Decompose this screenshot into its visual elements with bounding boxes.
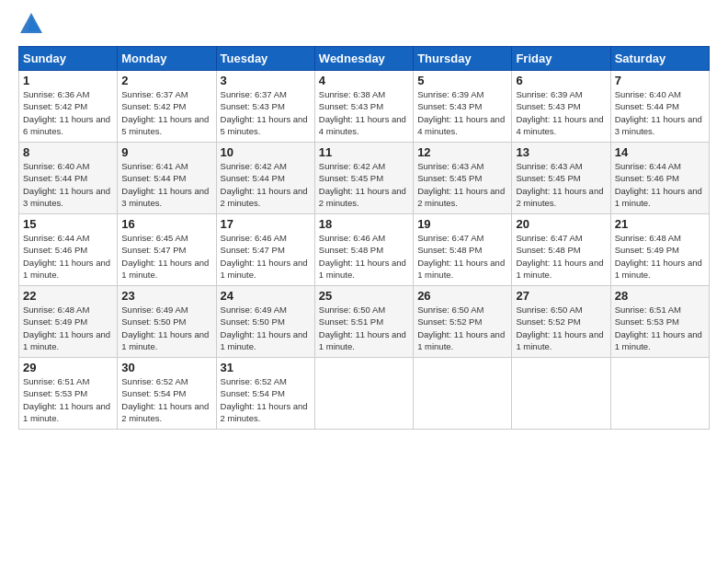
day-number: 26 [417, 289, 507, 303]
cell-info: Sunrise: 6:50 AMSunset: 5:52 PMDaylight:… [516, 304, 606, 352]
cell-info: Sunrise: 6:37 AMSunset: 5:42 PMDaylight:… [121, 88, 211, 137]
calendar-cell: 11 Sunrise: 6:42 AMSunset: 5:45 PMDaylig… [314, 143, 413, 214]
cell-info: Sunrise: 6:47 AMSunset: 5:48 PMDaylight:… [417, 232, 507, 281]
calendar-cell [414, 358, 512, 430]
day-number: 15 [23, 217, 113, 231]
week-row-3: 15 Sunrise: 6:44 AMSunset: 5:46 PMDaylig… [19, 214, 710, 286]
calendar-cell: 28 Sunrise: 6:51 AMSunset: 5:53 PMDaylig… [610, 286, 709, 358]
calendar-cell: 21 Sunrise: 6:48 AMSunset: 5:49 PMDaylig… [610, 214, 709, 286]
cell-info: Sunrise: 6:52 AMSunset: 5:54 PMDaylight:… [221, 375, 311, 424]
cell-info: Sunrise: 6:40 AMSunset: 5:44 PMDaylight:… [615, 88, 705, 137]
calendar-cell: 23 Sunrise: 6:49 AMSunset: 5:50 PMDaylig… [118, 286, 216, 358]
week-row-1: 1 Sunrise: 6:36 AMSunset: 5:42 PMDayligh… [19, 71, 710, 143]
cell-info: Sunrise: 6:46 AMSunset: 5:47 PMDaylight:… [221, 232, 311, 281]
calendar-cell: 9 Sunrise: 6:41 AMSunset: 5:44 PMDayligh… [118, 143, 216, 214]
calendar-cell: 14 Sunrise: 6:44 AMSunset: 5:46 PMDaylig… [610, 143, 709, 214]
calendar-table: SundayMondayTuesdayWednesdayThursdayFrid… [18, 46, 710, 430]
cell-info: Sunrise: 6:36 AMSunset: 5:42 PMDaylight:… [23, 88, 113, 137]
cell-info: Sunrise: 6:50 AMSunset: 5:52 PMDaylight:… [417, 304, 507, 352]
day-number: 8 [23, 145, 113, 159]
calendar-cell: 3 Sunrise: 6:37 AMSunset: 5:43 PMDayligh… [216, 71, 314, 143]
calendar-cell: 2 Sunrise: 6:37 AMSunset: 5:42 PMDayligh… [118, 71, 216, 143]
cell-info: Sunrise: 6:52 AMSunset: 5:54 PMDaylight:… [121, 375, 211, 424]
calendar-cell: 6 Sunrise: 6:39 AMSunset: 5:43 PMDayligh… [512, 71, 610, 143]
cell-info: Sunrise: 6:39 AMSunset: 5:43 PMDaylight:… [417, 88, 507, 137]
day-number: 9 [121, 145, 211, 159]
cell-info: Sunrise: 6:42 AMSunset: 5:45 PMDaylight:… [319, 160, 409, 209]
cell-info: Sunrise: 6:43 AMSunset: 5:45 PMDaylight:… [417, 160, 507, 209]
day-number: 24 [221, 289, 311, 303]
day-number: 4 [319, 74, 409, 87]
day-header-friday: Friday [512, 47, 610, 71]
calendar-cell: 26 Sunrise: 6:50 AMSunset: 5:52 PMDaylig… [414, 286, 512, 358]
day-number: 10 [221, 145, 311, 159]
day-number: 27 [516, 289, 606, 303]
day-number: 17 [221, 217, 311, 231]
day-header-thursday: Thursday [414, 47, 512, 71]
logo [18, 15, 44, 37]
day-number: 18 [319, 217, 409, 231]
day-header-monday: Monday [118, 47, 216, 71]
cell-info: Sunrise: 6:42 AMSunset: 5:44 PMDaylight:… [221, 160, 311, 209]
day-number: 7 [615, 74, 705, 87]
cell-info: Sunrise: 6:45 AMSunset: 5:47 PMDaylight:… [121, 232, 211, 281]
day-number: 11 [319, 145, 409, 159]
day-header-saturday: Saturday [610, 47, 709, 71]
cell-info: Sunrise: 6:50 AMSunset: 5:51 PMDaylight:… [319, 304, 409, 352]
calendar-cell: 29 Sunrise: 6:51 AMSunset: 5:53 PMDaylig… [19, 358, 118, 430]
day-header-sunday: Sunday [19, 47, 118, 71]
cell-info: Sunrise: 6:44 AMSunset: 5:46 PMDaylight:… [615, 160, 705, 209]
week-row-2: 8 Sunrise: 6:40 AMSunset: 5:44 PMDayligh… [19, 143, 710, 214]
calendar-cell: 18 Sunrise: 6:46 AMSunset: 5:48 PMDaylig… [314, 214, 413, 286]
day-number: 19 [417, 217, 507, 231]
header [18, 15, 710, 37]
day-number: 5 [417, 74, 507, 87]
logo-icon [18, 11, 44, 37]
calendar-cell: 27 Sunrise: 6:50 AMSunset: 5:52 PMDaylig… [512, 286, 610, 358]
calendar-cell: 16 Sunrise: 6:45 AMSunset: 5:47 PMDaylig… [118, 214, 216, 286]
header-row: SundayMondayTuesdayWednesdayThursdayFrid… [19, 47, 710, 71]
calendar-cell [512, 358, 610, 430]
calendar-cell: 19 Sunrise: 6:47 AMSunset: 5:48 PMDaylig… [414, 214, 512, 286]
cell-info: Sunrise: 6:39 AMSunset: 5:43 PMDaylight:… [516, 88, 606, 137]
calendar-cell: 15 Sunrise: 6:44 AMSunset: 5:46 PMDaylig… [19, 214, 118, 286]
day-number: 14 [615, 145, 705, 159]
cell-info: Sunrise: 6:49 AMSunset: 5:50 PMDaylight:… [121, 304, 211, 352]
calendar-cell: 8 Sunrise: 6:40 AMSunset: 5:44 PMDayligh… [19, 143, 118, 214]
calendar-cell: 24 Sunrise: 6:49 AMSunset: 5:50 PMDaylig… [216, 286, 314, 358]
calendar-cell: 31 Sunrise: 6:52 AMSunset: 5:54 PMDaylig… [216, 358, 314, 430]
day-number: 2 [121, 74, 211, 87]
cell-info: Sunrise: 6:49 AMSunset: 5:50 PMDaylight:… [221, 304, 311, 352]
calendar-cell: 12 Sunrise: 6:43 AMSunset: 5:45 PMDaylig… [414, 143, 512, 214]
day-number: 23 [121, 289, 211, 303]
calendar-cell: 20 Sunrise: 6:47 AMSunset: 5:48 PMDaylig… [512, 214, 610, 286]
cell-info: Sunrise: 6:51 AMSunset: 5:53 PMDaylight:… [23, 375, 113, 424]
day-number: 13 [516, 145, 606, 159]
cell-info: Sunrise: 6:41 AMSunset: 5:44 PMDaylight:… [121, 160, 211, 209]
day-number: 12 [417, 145, 507, 159]
day-number: 28 [615, 289, 705, 303]
calendar-cell: 5 Sunrise: 6:39 AMSunset: 5:43 PMDayligh… [414, 71, 512, 143]
cell-info: Sunrise: 6:46 AMSunset: 5:48 PMDaylight:… [319, 232, 409, 281]
calendar-cell [314, 358, 413, 430]
day-number: 21 [615, 217, 705, 231]
calendar-cell: 30 Sunrise: 6:52 AMSunset: 5:54 PMDaylig… [118, 358, 216, 430]
calendar-cell: 25 Sunrise: 6:50 AMSunset: 5:51 PMDaylig… [314, 286, 413, 358]
calendar-cell: 7 Sunrise: 6:40 AMSunset: 5:44 PMDayligh… [610, 71, 709, 143]
cell-info: Sunrise: 6:38 AMSunset: 5:43 PMDaylight:… [319, 88, 409, 137]
day-header-tuesday: Tuesday [216, 47, 314, 71]
calendar-cell: 13 Sunrise: 6:43 AMSunset: 5:45 PMDaylig… [512, 143, 610, 214]
calendar-cell [610, 358, 709, 430]
day-number: 22 [23, 289, 113, 303]
day-number: 1 [23, 74, 113, 87]
day-header-wednesday: Wednesday [314, 47, 413, 71]
week-row-5: 29 Sunrise: 6:51 AMSunset: 5:53 PMDaylig… [19, 358, 710, 430]
calendar-cell: 10 Sunrise: 6:42 AMSunset: 5:44 PMDaylig… [216, 143, 314, 214]
day-number: 6 [516, 74, 606, 87]
calendar-cell: 1 Sunrise: 6:36 AMSunset: 5:42 PMDayligh… [19, 71, 118, 143]
cell-info: Sunrise: 6:48 AMSunset: 5:49 PMDaylight:… [615, 232, 705, 281]
day-number: 31 [221, 361, 311, 374]
calendar-cell: 4 Sunrise: 6:38 AMSunset: 5:43 PMDayligh… [314, 71, 413, 143]
cell-info: Sunrise: 6:40 AMSunset: 5:44 PMDaylight:… [23, 160, 113, 209]
day-number: 3 [221, 74, 311, 87]
